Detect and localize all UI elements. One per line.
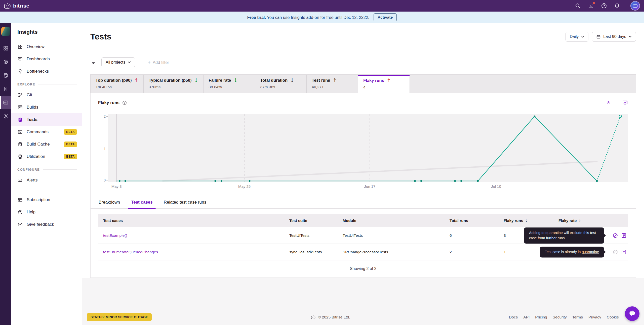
sidebar-item-bottlenecks[interactable]: Bottlenecks: [11, 65, 82, 77]
pagination-summary: Showing 2 of 2: [98, 260, 628, 277]
sidebar-item-tests[interactable]: Tests: [11, 113, 82, 126]
search-icon[interactable]: [575, 3, 581, 9]
sidebar-item-builds[interactable]: Builds: [11, 101, 82, 113]
trend-up-icon: ⇡: [134, 78, 139, 83]
sidebar-item-give-feedback[interactable]: Give feedback: [11, 218, 82, 230]
sidebar-item-alerts[interactable]: Alerts: [11, 174, 82, 186]
beta-badge: BETA: [64, 154, 77, 159]
sidebar-item-build-cache[interactable]: Build Cache BETA: [11, 138, 82, 150]
metric-value: 38.84%: [209, 85, 250, 89]
metric-tab-top-duration[interactable]: Top duration (p90)⇡ 1m 40.6s: [91, 75, 144, 93]
release-icon[interactable]: [0, 82, 11, 96]
git-branch-icon: [17, 92, 23, 98]
add-filter-button[interactable]: + Add filter: [148, 60, 169, 65]
sidebar-item-overview[interactable]: Overview: [11, 40, 82, 53]
activate-button[interactable]: Activate: [374, 13, 397, 21]
sidebar-item-help[interactable]: Help: [11, 206, 82, 218]
footer-link-docs[interactable]: Docs: [509, 315, 518, 319]
help-icon[interactable]: [601, 3, 607, 9]
details-icon[interactable]: [621, 249, 627, 255]
projects-select[interactable]: All projects: [101, 57, 135, 67]
footer-link-security[interactable]: Security: [553, 315, 567, 319]
bitrise-logo[interactable]: bitrise: [4, 2, 29, 10]
footer-link-terms[interactable]: Terms: [572, 315, 583, 319]
sidebar-item-label: Commands: [27, 129, 60, 134]
table-header: Test cases Test suite Module Total runs …: [98, 214, 628, 227]
workspace-avatar[interactable]: [1, 27, 10, 36]
apps-grid-icon[interactable]: [0, 41, 11, 55]
footer-links: Docs API Pricing Security Terms Privacy …: [509, 315, 619, 319]
metric-tab-failure-rate[interactable]: Failure rate⇣ 38.84%: [204, 75, 255, 93]
sidebar-item-label: Builds: [27, 105, 77, 110]
sidebar-divider: [11, 190, 82, 190]
date-range-select[interactable]: Last 90 days: [592, 32, 636, 42]
status-badge[interactable]: STATUS: MINOR SERVICE OUTAGE: [87, 313, 152, 321]
col-flaky-rate[interactable]: Flaky rate ▲▼: [553, 218, 608, 223]
footer-link-cookie[interactable]: Cookie: [607, 315, 619, 319]
ci-icon[interactable]: [0, 55, 11, 69]
footer-link-privacy[interactable]: Privacy: [588, 315, 601, 319]
info-icon[interactable]: [122, 100, 127, 105]
add-to-dashboard-icon[interactable]: [622, 100, 628, 106]
footer-link-api[interactable]: API: [523, 315, 530, 319]
details-icon[interactable]: [621, 233, 627, 238]
insights-icon[interactable]: [0, 96, 11, 109]
overview-grid-icon: [17, 44, 23, 50]
x-axis-labels: May 3May 25Jun 17Jul 10: [108, 182, 628, 191]
footer: STATUS: MINOR SERVICE OUTAGE © 2025 Bitr…: [82, 313, 644, 325]
col-flaky-runs[interactable]: Flaky runs ▲▼: [499, 218, 553, 223]
col-label: Flaky rate: [558, 218, 577, 223]
test-cases-table: Test cases Test suite Module Total runs …: [98, 214, 628, 277]
filter-lines-icon[interactable]: [90, 59, 96, 65]
test-case-link[interactable]: testExample(): [103, 233, 127, 238]
tooltip-text: Test case is already in: [545, 250, 582, 254]
content: Top duration (p90)⇡ 1m 40.6s Typical dur…: [82, 74, 644, 278]
subscription-card-icon: [17, 197, 23, 203]
trend-down-icon: ⇣: [290, 78, 294, 83]
module-cell: SPChangeProcessorTests: [338, 250, 445, 254]
user-avatar[interactable]: [630, 1, 640, 11]
utilization-stack-icon: [17, 154, 23, 159]
tab-test-cases[interactable]: Test cases: [131, 197, 153, 208]
test-case-link[interactable]: testEnumerateQueuedChanges: [103, 250, 158, 254]
granularity-select[interactable]: Daily: [566, 32, 589, 42]
chat-widget-button[interactable]: [625, 306, 639, 321]
settings-gear-icon[interactable]: [0, 109, 11, 123]
projects-value: All projects: [106, 60, 125, 65]
bitrise-bot-small-icon: [311, 315, 316, 320]
sidebar-item-subscription[interactable]: Subscription: [11, 194, 82, 206]
metric-tab-total-duration[interactable]: Total duration⇣ 37m 38s: [255, 75, 307, 93]
commands-terminal-icon: [17, 129, 23, 135]
tab-related-test-case-runs[interactable]: Related test case runs: [163, 197, 207, 208]
bitrise-bot-icon: [4, 2, 11, 10]
y-tick-label: 1: [104, 147, 106, 151]
banner-detail: You can use Insights add-on for free unt…: [267, 15, 369, 20]
sidebar-item-label: Utilization: [27, 154, 60, 159]
whats-new-icon[interactable]: [588, 3, 594, 9]
sidebar-item-utilization[interactable]: Utilization BETA: [11, 150, 82, 163]
quarantine-link[interactable]: quarantine: [582, 250, 599, 254]
granularity-value: Daily: [570, 34, 579, 39]
footer-copyright: © 2025 Bitrise Ltd.: [152, 315, 509, 320]
footer-link-pricing[interactable]: Pricing: [535, 315, 547, 319]
metric-tab-test-runs[interactable]: Test runs⇡ 40,271: [307, 75, 358, 93]
add-filter-label: Add filter: [153, 60, 169, 65]
build-cache-rail-icon[interactable]: [0, 69, 11, 82]
y-tick-label: 2: [104, 114, 106, 118]
sidebar-item-commands[interactable]: Commands BETA: [11, 126, 82, 138]
metric-tab-typical-duration[interactable]: Typical duration (p50)⇣ 370ms: [144, 75, 204, 93]
metric-label: Failure rate: [209, 78, 231, 83]
quarantine-icon[interactable]: [613, 233, 618, 238]
sidebar-item-git[interactable]: Git: [11, 89, 82, 101]
quarantine-icon-disabled: [613, 249, 618, 255]
metric-tab-flaky-runs[interactable]: Flaky runs⇡ 4: [358, 75, 410, 93]
metric-value: 1m 40.6s: [96, 85, 138, 89]
create-alert-icon[interactable]: [606, 100, 612, 106]
sidebar-item-label: Bottlenecks: [27, 69, 77, 74]
chart-section: Flaky runs: [91, 93, 636, 191]
notifications-bell-icon[interactable]: [614, 3, 620, 9]
sidebar-item-dashboards[interactable]: Dashboards: [11, 53, 82, 65]
sidebar-item-label: Help: [27, 210, 77, 215]
tab-breakdown[interactable]: Breakdown: [98, 197, 120, 208]
x-tick-label: Jun 17: [364, 184, 375, 189]
